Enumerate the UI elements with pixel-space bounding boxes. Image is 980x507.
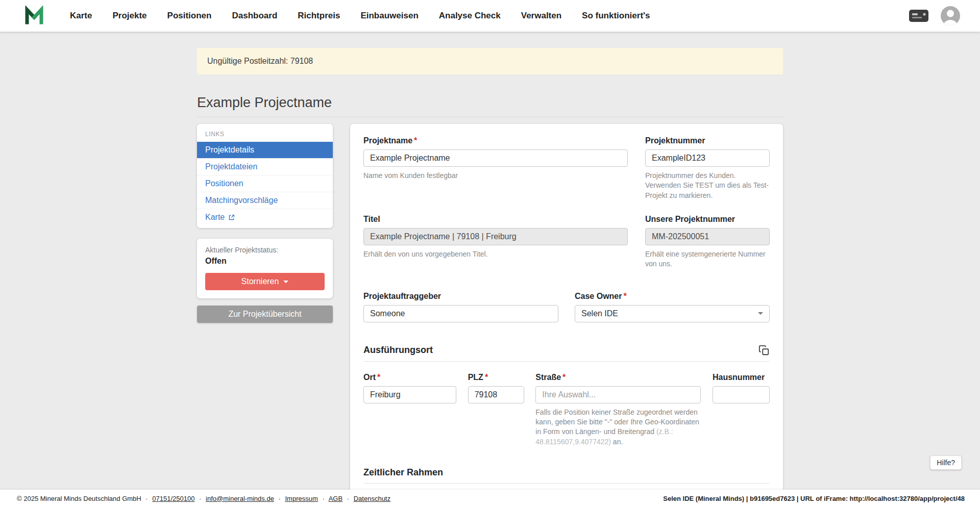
nav-item-positionen[interactable]: Positionen xyxy=(167,11,212,21)
footer-link-email[interactable]: info@mineral-minds.de xyxy=(206,495,274,502)
unsere-projektnummer-label: Unsere Projektnummer xyxy=(645,215,770,224)
main-nav: Karte Projekte Positionen Dashboard Rich… xyxy=(70,11,650,21)
stornieren-button[interactable]: Stornieren xyxy=(205,273,325,290)
strasse-input[interactable] xyxy=(535,386,701,403)
zeitlicher-rahmen-heading: Zeitlicher Rahmen xyxy=(363,467,443,478)
footer-separator: · xyxy=(279,495,281,502)
projektnummer-label: Projektnummer xyxy=(645,136,770,145)
sidebar-item-label: Karte xyxy=(205,213,225,222)
footer-link-impressum[interactable]: Impressum xyxy=(285,495,317,502)
sidebar-item-label: Projektdetails xyxy=(205,145,254,155)
projektname-label: Projektname* xyxy=(363,136,628,145)
required-asterisk: * xyxy=(485,373,488,382)
status-label: Aktueller Projektstatus: xyxy=(205,246,325,254)
projektauftraggeber-label: Projektauftraggeber xyxy=(363,292,558,301)
case-owner-label: Case Owner* xyxy=(575,292,770,301)
ausfuehrungsort-heading: Ausführungsort xyxy=(363,345,433,356)
chevron-down-icon xyxy=(758,312,763,315)
sidebar-item-label: Projektdateien xyxy=(205,162,257,171)
sidebar-item-positionen[interactable]: Positionen xyxy=(197,175,333,192)
logo-m-icon xyxy=(24,6,44,26)
footer-separator: · xyxy=(199,495,201,502)
plz-input[interactable] xyxy=(468,386,524,403)
strasse-label: Straße* xyxy=(535,373,701,382)
projektauftraggeber-input[interactable] xyxy=(363,305,558,322)
case-owner-selected-value: Selen IDE xyxy=(581,309,618,318)
unsere-projektnummer-helper: Erhält eine systemgenerierte Nummer von … xyxy=(645,249,770,269)
footer-link-phone[interactable]: 07151/250100 xyxy=(152,495,194,502)
status-value: Offen xyxy=(205,257,325,266)
copy-icon[interactable] xyxy=(758,345,770,356)
sidebar-item-matchingvorschlaege[interactable]: Matchingvorschläge xyxy=(197,192,333,209)
unsere-projektnummer-input xyxy=(645,228,770,245)
footer: © 2025 Mineral Minds Deutschland GmbH · … xyxy=(0,490,980,507)
top-navbar: Karte Projekte Positionen Dashboard Rich… xyxy=(0,0,980,32)
footer-session-info: Selen IDE (Mineral Minds) | b91695ed7623… xyxy=(663,495,965,502)
plz-label: PLZ* xyxy=(468,373,524,382)
footer-copyright: © 2025 Mineral Minds Deutschland GmbH xyxy=(17,495,141,502)
sidebar-item-projektdateien[interactable]: Projektdateien xyxy=(197,158,333,175)
nav-item-einbauweisen[interactable]: Einbauweisen xyxy=(360,11,418,21)
footer-link-agb[interactable]: AGB xyxy=(329,495,342,502)
project-form-card: Projektname* Name vom Kunden festlegbar … xyxy=(350,124,783,507)
warning-alert: Ungültige Postleitzahl: 79108 xyxy=(197,48,783,74)
footer-link-datenschutz[interactable]: Datenschutz xyxy=(354,495,390,502)
navbar-right xyxy=(909,6,961,26)
mineral-minds-logo[interactable] xyxy=(24,6,44,26)
page-title: Example Projectname xyxy=(197,95,783,111)
stornieren-button-label: Stornieren xyxy=(241,277,279,286)
hausnummer-input[interactable] xyxy=(713,386,770,403)
titel-input xyxy=(363,228,628,245)
titel-label: Titel xyxy=(363,215,628,224)
projektnummer-helper: Projektnummer des Kunden. Verwenden Sie … xyxy=(645,171,770,200)
footer-separator: · xyxy=(322,495,324,502)
sidebar-item-label: Positionen xyxy=(205,179,243,188)
sidebar-item-karte[interactable]: Karte xyxy=(197,209,333,225)
nav-item-projekte[interactable]: Projekte xyxy=(112,11,146,21)
required-asterisk: * xyxy=(623,292,626,300)
ort-label: Ort* xyxy=(363,373,456,382)
hausnummer-label: Hausnummer xyxy=(713,373,770,382)
projektuebersicht-button[interactable]: Zur Projektübersicht xyxy=(197,306,333,323)
nav-item-dashboard[interactable]: Dashboard xyxy=(232,11,277,21)
nav-item-karte[interactable]: Karte xyxy=(70,11,92,21)
required-asterisk: * xyxy=(377,373,380,382)
nav-item-verwalten[interactable]: Verwalten xyxy=(521,11,561,21)
help-button[interactable]: Hilfe? xyxy=(930,455,962,470)
links-card: LINKS Projektdetails Projektdateien Posi… xyxy=(197,124,333,228)
footer-separator: · xyxy=(347,495,349,502)
footer-separator: · xyxy=(145,495,148,502)
caret-down-icon xyxy=(283,281,288,283)
projektnummer-input[interactable] xyxy=(645,149,770,167)
section-divider xyxy=(363,361,770,362)
ort-input[interactable] xyxy=(363,386,456,403)
section-divider xyxy=(363,483,770,484)
nav-item-richtpreis[interactable]: Richtpreis xyxy=(298,11,340,21)
case-owner-select[interactable]: Selen IDE xyxy=(575,305,770,322)
strasse-helper: Falls die Position keiner Straße zugeord… xyxy=(535,408,701,447)
sidebar: LINKS Projektdetails Projektdateien Posi… xyxy=(197,124,333,323)
user-avatar-icon[interactable] xyxy=(940,6,961,26)
external-link-icon xyxy=(228,214,235,221)
required-asterisk: * xyxy=(414,136,417,145)
links-heading: LINKS xyxy=(197,124,333,142)
nav-item-analyse-check[interactable]: Analyse Check xyxy=(439,11,501,21)
footer-left: © 2025 Mineral Minds Deutschland GmbH · … xyxy=(17,495,390,502)
required-asterisk: * xyxy=(562,373,566,382)
sidebar-item-projektdetails[interactable]: Projektdetails xyxy=(197,142,333,158)
projektname-helper: Name vom Kunden festlegbar xyxy=(363,171,628,181)
keyboard-icon[interactable] xyxy=(909,9,929,22)
titel-helper: Erhält den von uns vorgegebenen Titel. xyxy=(363,249,628,259)
sidebar-item-label: Matchingvorschläge xyxy=(205,196,278,205)
nav-item-so-funktionierts[interactable]: So funktioniert's xyxy=(582,11,650,21)
projektname-input[interactable] xyxy=(363,149,628,167)
status-card: Aktueller Projektstatus: Offen Storniere… xyxy=(197,239,333,298)
title-divider xyxy=(197,117,783,117)
page-content: Ungültige Postleitzahl: 79108 Example Pr… xyxy=(197,48,783,507)
